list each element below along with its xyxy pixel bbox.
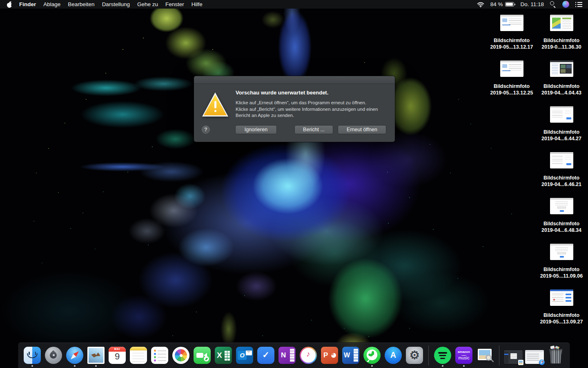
dock-facetime[interactable] [193,343,212,368]
outlook-icon: O [236,347,253,364]
report-button[interactable]: Bericht ... [295,126,333,134]
file-label: Bildschirmfoto2019-05...13.12.17 [488,37,535,50]
menu-app-finder[interactable]: Finder [16,0,40,9]
file-label: Bildschirmfoto2019-04...6.48.34 [538,220,585,233]
desktop: Finder Ablage Bearbeiten Darstellung Geh… [0,0,588,368]
help-button[interactable]: ? [202,126,210,134]
calendar-icon: MAI9 [109,347,126,364]
menu-bar: Finder Ablage Bearbeiten Darstellung Geh… [0,0,588,9]
wifi-icon[interactable] [477,2,484,7]
dock-minimized-mail-window[interactable] [504,343,523,368]
screenshot-thumbnail [550,289,573,306]
desktop-icon-screenshot-6[interactable]: Bildschirmfoto2019-04...6.46.21 [538,152,585,188]
file-label: Bildschirmfoto2019-05...11.09.06 [538,266,585,279]
desktop-icon-screenshot-9[interactable]: Bildschirmfoto2019-05...13.09.27 [538,289,585,325]
siri-icon[interactable] [562,1,569,8]
clock[interactable]: Do. 11:18 [520,1,544,7]
dock-notes[interactable] [129,343,148,368]
launchpad-icon [45,347,62,364]
dock-whatsapp[interactable] [363,343,381,368]
dock-excel[interactable]: X [214,343,233,368]
menu-bar-status: 84 % Do. 11:18 [477,1,588,8]
notification-center-icon[interactable] [575,2,582,7]
excel-icon: X [215,347,232,364]
dock-app-store[interactable]: A [384,343,403,368]
file-label: Bildschirmfoto2019-05...13.12.25 [488,83,535,96]
apple-menu-icon[interactable] [5,1,14,8]
finder-icon [24,347,41,364]
dock-trash[interactable] [546,343,565,368]
file-label: Bildschirmfoto2019-04...6.44.27 [538,129,585,142]
photos-icon [172,347,189,364]
spotify-icon [434,347,451,364]
menu-ablage[interactable]: Ablage [40,0,64,9]
dock-finder[interactable] [23,343,42,368]
menu-bearbeiten[interactable]: Bearbeiten [64,0,98,9]
dock-calendar[interactable]: MAI9 [108,343,127,368]
mail-icon [87,347,105,364]
dialog-body-line: Klicke auf „Erneut öffnen“, um das Progr… [236,100,388,106]
dock-word[interactable]: W [341,343,360,368]
trash-full-icon [547,345,564,364]
desktop-icon-screenshot-7[interactable]: Bildschirmfoto2019-04...6.48.34 [538,198,585,233]
menu-fenster[interactable]: Fenster [162,0,188,9]
minimized-window-thumbnail [525,350,544,364]
amazon-music-icon: amazonmusic [455,347,472,364]
screenshot-thumbnail [550,106,573,123]
ignore-button[interactable]: Ignorieren [236,126,276,134]
dock-onenote[interactable]: N [278,343,296,368]
dock-itunes[interactable]: ♪ [299,343,318,368]
dock-safari[interactable] [65,343,84,368]
app-store-icon: A [385,347,402,364]
dock-system-preferences[interactable]: ⚙ [405,343,424,368]
desktop-icon-screenshot-4[interactable]: Bildschirmfoto2019-04...4.04.43 [538,61,585,96]
dock-minimized-safari-window[interactable] [525,343,544,368]
screenshot-thumbnail [550,198,573,214]
dock-outlook[interactable]: O [235,343,254,368]
dock: MAI9 X O ✓ N ♪ P W [18,342,570,368]
reminders-icon [151,347,168,364]
desktop-icon-screenshot-2[interactable]: Bildschirmfoto2019-0...11.36.30 [538,15,585,50]
file-label: Bildschirmfoto2019-04...4.04.43 [538,83,585,96]
spotlight-search-icon[interactable] [550,1,556,7]
word-icon: W [342,347,359,364]
dock-photos[interactable] [172,343,190,368]
file-label: Bildschirmfoto2019-0...11.36.30 [538,37,585,50]
screenshot-thumbnail [550,152,573,168]
dock-divider [499,346,499,366]
dock-spotify[interactable] [433,343,452,368]
dialog-body-line: Klicke auf „Bericht“, um weitere Informa… [236,106,388,113]
screenshot-thumbnail [500,15,523,31]
desktop-icon-screenshot-1[interactable]: Bildschirmfoto2019-05...13.12.17 [488,15,535,50]
itunes-icon: ♪ [300,347,317,364]
desktop-icon-screenshot-3[interactable]: Bildschirmfoto2019-05...13.12.25 [488,61,535,96]
battery-percent-label: 84 % [490,1,503,7]
dialog-body: Klicke auf „Erneut öffnen“, um das Progr… [236,100,388,119]
dock-divider [428,346,429,366]
whatsapp-icon [363,347,381,364]
notes-icon [130,347,147,364]
warning-icon [202,92,228,117]
screenshot-thumbnail [500,61,523,77]
dock-powerpoint[interactable]: P [320,343,339,368]
screenshot-thumbnail [550,15,573,31]
dock-amazon-music[interactable]: amazonmusic [454,343,473,368]
desktop-icon-screenshot-8[interactable]: Bildschirmfoto2019-05...11.09.06 [538,244,585,279]
wallpaper [0,0,588,368]
reopen-button[interactable]: Erneut öffnen [338,126,386,134]
dock-things-todo[interactable]: ✓ [256,343,275,368]
battery-status[interactable]: 84 % [490,1,514,7]
dock-mail[interactable] [87,343,105,368]
menu-gehe-zu[interactable]: Gehe zu [134,0,162,9]
menu-bar-left: Finder Ablage Bearbeiten Darstellung Geh… [0,0,206,9]
dock-preview[interactable] [476,343,494,368]
menu-hilfe[interactable]: Hilfe [188,0,206,9]
desktop-icon-screenshot-5[interactable]: Bildschirmfoto2019-04...6.44.27 [538,106,585,142]
dock-launchpad[interactable] [44,343,63,368]
file-label: Bildschirmfoto2019-05...13.09.27 [538,312,585,325]
menu-darstellung[interactable]: Darstellung [98,0,134,9]
dialog-titlebar[interactable] [194,76,395,84]
dock-reminders[interactable] [150,343,169,368]
screenshot-thumbnail [550,61,573,77]
apple-logo-icon [7,1,12,8]
